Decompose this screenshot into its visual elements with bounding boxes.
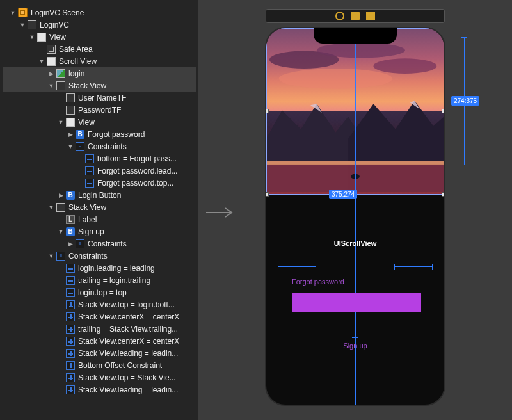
outline-row[interactable]: login.top = top: [3, 286, 196, 298]
document-outline[interactable]: ▼LoginVC Scene▼LoginVC▼ViewSafe Area▼Scr…: [0, 0, 198, 420]
outline-item-label: login.top = top: [78, 288, 127, 297]
interface-builder-canvas[interactable]: 375:274 UIScrollView Forgot password Sig…: [198, 0, 512, 420]
outline-row[interactable]: ▶BLogin Button: [3, 189, 196, 201]
outline-item-label: Stack View.centerX = centerX: [78, 337, 179, 346]
spacing-guide-right: [394, 264, 433, 270]
disclosure-triangle-icon[interactable]: ▼: [47, 204, 55, 211]
outline-row[interactable]: trailing = login.trailing: [3, 274, 196, 286]
outline-row[interactable]: Forgot password.top...: [3, 177, 196, 189]
outline-item-label: Stack View: [68, 203, 106, 212]
outline-row[interactable]: Bottom Offset Constraint: [3, 359, 196, 371]
outline-item-label: Constraints: [68, 252, 108, 261]
outline-row[interactable]: Stack View.leading = leadin...: [3, 347, 196, 359]
outline-item-label: PasswordTF: [78, 106, 121, 115]
outline-item-label: Constraints: [88, 239, 127, 248]
outline-row[interactable]: ▼View: [3, 31, 196, 43]
outline-row[interactable]: ▼BSign up: [3, 225, 196, 238]
outline-item-label: Stack View.top = Stack Vie...: [78, 373, 176, 382]
outline-row[interactable]: ▼Stack View: [3, 79, 196, 92]
outline-item-label: Stack View.top = login.bott...: [78, 300, 175, 309]
disclosure-triangle-icon[interactable]: ▼: [38, 58, 45, 65]
outline-row[interactable]: trailing = Stack View.trailing...: [3, 323, 196, 335]
outline-row[interactable]: ▼≡Constraints: [3, 140, 196, 152]
outline-item-label: Label: [78, 215, 97, 224]
toolbar-button-2[interactable]: [351, 12, 360, 20]
outline-row[interactable]: LLabel: [3, 213, 196, 225]
outline-row[interactable]: ▼LoginVC: [3, 19, 196, 31]
outline-item-label: trailing = Stack View.trailing...: [78, 325, 178, 334]
outline-item-label: Stack View.leading = leadin...: [78, 349, 178, 358]
outline-row[interactable]: Stack View.centerX = centerX: [3, 335, 196, 347]
outline-item-label: Safe Area: [59, 45, 93, 54]
outline-row[interactable]: bottom = Forgot pass...: [3, 152, 196, 165]
disclosure-triangle-icon[interactable]: ▶: [67, 131, 74, 138]
outline-row[interactable]: login.leading = leading: [3, 262, 196, 274]
outline-row[interactable]: PasswordTF: [3, 104, 196, 116]
outline-row[interactable]: Forgot password.lead...: [3, 165, 196, 177]
disclosure-triangle-icon[interactable]: ▼: [57, 118, 65, 126]
outline-item-label: Login Button: [78, 191, 121, 200]
disclosure-triangle-icon[interactable]: ▼: [57, 228, 65, 236]
uiscrollview-label: UIScrollView: [334, 239, 376, 247]
login-button[interactable]: [292, 293, 421, 312]
outline-item-label: LoginVC Scene: [31, 8, 84, 17]
device-preview[interactable]: 375:274 UIScrollView Forgot password Sig…: [265, 27, 445, 406]
outline-item-label: LoginVC: [40, 20, 69, 29]
outline-item-label: Sign up: [78, 227, 104, 236]
outline-item-label: View: [49, 33, 66, 42]
spacing-guide-left: [278, 264, 316, 270]
spacing-guide-vertical: [352, 314, 358, 338]
outline-item-label: bottom = Forgot pass...: [97, 154, 177, 163]
disclosure-triangle-icon[interactable]: ▼: [19, 21, 26, 29]
outline-row[interactable]: ▼Stack View: [3, 201, 196, 213]
forgot-password-button[interactable]: Forgot password: [292, 278, 344, 286]
sign-up-button[interactable]: Sign up: [343, 342, 367, 350]
outline-row[interactable]: ▼≡Constraints: [3, 250, 196, 262]
toolbar-button-3[interactable]: [366, 12, 375, 20]
outline-row[interactable]: Stack View.top = Stack Vie...: [3, 371, 196, 384]
outline-item-label: View: [78, 118, 95, 127]
disclosure-triangle-icon[interactable]: ▼: [28, 33, 36, 41]
outline-row[interactable]: Safe Area: [3, 43, 196, 55]
outline-row[interactable]: ▶login: [3, 67, 196, 79]
toolbar-button-1[interactable]: [335, 12, 344, 20]
outline-row[interactable]: Stack View.top = login.bott...: [3, 298, 196, 311]
outline-row[interactable]: ▶≡Constraints: [3, 238, 196, 250]
outline-item-label: Forgot password: [88, 130, 145, 139]
outline-item-label: Bottom Offset Constraint: [78, 361, 162, 370]
outline-item-label: Scroll View: [59, 57, 97, 66]
canvas-toolbar[interactable]: [266, 9, 445, 23]
outline-row[interactable]: User NameTF: [3, 92, 196, 104]
dimension-badge-image: 375:274: [329, 190, 357, 199]
disclosure-triangle-icon[interactable]: ▼: [67, 143, 74, 150]
dimension-badge-right: 274:375: [451, 96, 479, 106]
outline-item-label: Stack View.centerX = centerX: [78, 312, 179, 321]
outline-item-label: Forgot password.lead...: [97, 166, 177, 175]
segue-arrow-icon: [205, 205, 234, 220]
disclosure-triangle-icon[interactable]: ▶: [67, 240, 74, 248]
disclosure-triangle-icon[interactable]: ▼: [47, 82, 55, 90]
outline-row[interactable]: ▶BForgot password: [3, 128, 196, 140]
outline-item-label: Constraints: [88, 142, 127, 151]
outline-item-label: Stack View.leading = leadin...: [78, 385, 178, 394]
disclosure-triangle-icon[interactable]: ▶: [47, 70, 55, 77]
outline-row[interactable]: ▼LoginVC Scene: [3, 6, 196, 19]
outline-item-label: login: [68, 69, 84, 78]
outline-item-label: User NameTF: [78, 93, 126, 102]
disclosure-triangle-icon[interactable]: ▶: [57, 191, 65, 199]
device-notch: [314, 28, 397, 44]
outline-item-label: Forgot password.top...: [97, 179, 173, 188]
outline-item-label: login.leading = leading: [78, 264, 155, 273]
disclosure-triangle-icon[interactable]: ▼: [47, 252, 55, 260]
outline-row[interactable]: ▼Scroll View: [3, 55, 196, 67]
outline-item-label: Stack View: [68, 81, 106, 90]
outline-row[interactable]: Stack View.leading = leadin...: [3, 384, 196, 396]
outline-row[interactable]: ▼View: [3, 116, 196, 128]
outline-row[interactable]: Stack View.centerX = centerX: [3, 311, 196, 323]
disclosure-triangle-icon[interactable]: ▼: [9, 9, 17, 17]
outline-item-label: trailing = login.trailing: [78, 276, 150, 285]
